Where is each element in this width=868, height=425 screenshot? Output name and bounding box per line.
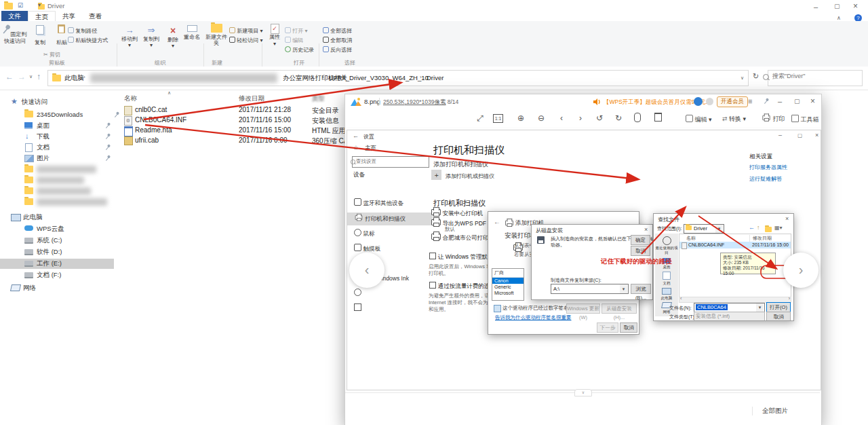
settings-nav-mouse[interactable]: 鼠标 (347, 229, 433, 242)
quickbar-properties-icon[interactable]: ☑ (18, 2, 23, 9)
table-row[interactable]: ufrii.cab 2017/11/16 0:00 360压缩 CAB 文... (119, 136, 346, 146)
open-file-button[interactable]: 打开(O) (766, 302, 791, 312)
viewer-next-button[interactable]: › (783, 253, 818, 288)
easy-access-button[interactable]: 轻松访问 ▾ (229, 37, 262, 44)
table-row[interactable]: Readme.hta 2017/11/16 15:00 HTML 应用程序 (119, 126, 346, 136)
column-header-name[interactable]: 名称 (124, 94, 137, 103)
open-button[interactable]: 打开 ▾ (285, 27, 307, 35)
printer-list-item[interactable]: 导出为WPS PDF (431, 219, 486, 228)
next-button[interactable]: 下一步(N) (597, 322, 618, 333)
ribbon-collapse-icon[interactable]: ∧ (837, 15, 841, 21)
rotate-right-icon[interactable]: ↻ (611, 113, 626, 124)
combo-dropdown-icon[interactable]: ▾ (756, 303, 764, 312)
select-all-button[interactable]: 全部选择 (323, 27, 352, 35)
add-printer-button-label[interactable]: 添加打印机或扫描仪 (446, 172, 494, 180)
have-disk-button[interactable]: 从磁盘安装(H)... (601, 303, 637, 314)
combo-dropdown-icon[interactable]: ▾ (715, 225, 723, 233)
dialog-col-date[interactable]: 修改日期 (749, 235, 772, 242)
new-item-button[interactable]: 新建项目 ▾ (229, 27, 262, 35)
sidebar-network[interactable]: 网络 (0, 283, 114, 293)
breadcrumb-package[interactable]: UFRII_Driver_V3030_W64_ZH_10 (329, 74, 429, 81)
quickbar-customize-icon[interactable]: ▾ (38, 2, 41, 8)
strip-collapse-handle[interactable]: ∨ (574, 389, 592, 396)
sidebar-item-redacted[interactable] (0, 165, 114, 175)
sidebar-item-2345downloads[interactable]: 2345Downloads (0, 110, 114, 120)
scroll-right-icon[interactable]: › (789, 296, 790, 301)
sidebar-item-pictures[interactable]: 图片 (0, 153, 114, 164)
settings-maximize-icon[interactable]: ▢ (797, 132, 802, 138)
settings-home[interactable]: 主页 (365, 145, 376, 153)
new-folder-button[interactable]: 新建文件夹 (205, 24, 228, 47)
sidebar-quick-access[interactable]: ★ 快速访问 (0, 97, 114, 107)
column-header-type[interactable]: 类型 (312, 94, 325, 103)
column-header-date[interactable]: 修改日期 (239, 94, 264, 103)
add-printer-button[interactable]: ＋ (431, 170, 441, 180)
copy-from-combo[interactable]: A:\ ▾ (551, 284, 629, 294)
back-button[interactable]: ← (5, 72, 14, 81)
sidebar-item-redacted[interactable] (0, 198, 114, 208)
restore-button[interactable]: ▢ (834, 3, 840, 10)
place-recent[interactable]: 最近使用的项目 (655, 236, 678, 255)
search-icon[interactable] (763, 74, 769, 80)
properties-button[interactable]: ✓ 属性▾ (264, 24, 285, 47)
place-documents[interactable]: 文档 (655, 272, 678, 286)
sidebar-this-pc[interactable]: 此电脑 (0, 212, 114, 223)
pin-window-icon[interactable] (762, 96, 770, 105)
settings-nav-usb[interactable] (347, 303, 433, 317)
cut-button[interactable]: ✂ 剪切 (43, 51, 60, 58)
paste-shortcut-button[interactable]: 粘贴快捷方式 (68, 37, 108, 44)
forward-button[interactable]: → (18, 72, 26, 81)
history-button[interactable]: 历史记录 (285, 46, 314, 54)
sidebar-item-downloads[interactable]: ↓下载 (0, 132, 114, 142)
table-row[interactable]: cnlb0C.cat 2017/11/21 21:28 安全目录 (119, 105, 346, 115)
minimize-button[interactable]: – (814, 3, 818, 11)
settings-nav-printers[interactable]: 打印机和扫描仪 (347, 212, 433, 225)
sidebar-item-documents[interactable]: 文档 (0, 143, 114, 153)
driver-signing-link[interactable]: 告诉我为什么驱动程序签名很重要 (495, 314, 572, 321)
invert-selection-button[interactable]: 反向选择 (323, 46, 352, 54)
checkbox-icon[interactable] (429, 253, 436, 259)
browse-button[interactable]: 浏览(B)... (631, 284, 651, 294)
disk-dialog-close-icon[interactable]: × (644, 226, 648, 233)
checkbox-icon[interactable] (429, 282, 436, 289)
viewer-previous-button[interactable]: ‹ (349, 253, 384, 288)
delete-image-icon[interactable] (650, 113, 665, 124)
dialog-new-folder-icon[interactable] (765, 227, 772, 232)
breadcrumb-current[interactable]: Driver (427, 74, 443, 81)
dialog-up-folder-icon[interactable]: ↑ (757, 224, 760, 231)
place-this-pc[interactable]: 此电脑 (655, 288, 678, 301)
close-button[interactable]: × (853, 1, 858, 11)
printer-list-item[interactable]: 合肥城市公司打印机 (431, 234, 494, 242)
up-button[interactable]: ↑ (37, 72, 41, 81)
sidebar-item-drive-e[interactable]: 工作 (E:) (0, 259, 114, 269)
dialog-view-menu-icon[interactable]: ▦▾ (774, 225, 783, 231)
open-membership-button[interactable]: 开通会员 (717, 96, 748, 107)
combo-dropdown-icon[interactable]: ▾ (620, 284, 627, 293)
viewer-maximize-button[interactable]: ▢ (794, 98, 800, 105)
zoom-out-icon[interactable]: ⊖ (534, 113, 549, 124)
search-box[interactable] (768, 70, 863, 86)
windows-update-button[interactable]: Windows 更新(W) (566, 303, 600, 314)
look-in-combo[interactable]: Driver ▾ (684, 224, 724, 234)
settings-minimize-icon[interactable]: – (778, 132, 782, 138)
wizard-cancel-button[interactable]: 取消 (620, 322, 637, 333)
avatar[interactable] (694, 97, 703, 106)
delete-button[interactable]: ×删除▾ (164, 25, 182, 50)
refresh-icon[interactable]: ↻ (753, 72, 759, 81)
disk-ok-button[interactable]: 确定 (631, 235, 650, 245)
dialog-back-icon[interactable]: ← (749, 224, 755, 231)
hand-tool-icon[interactable] (630, 113, 645, 124)
settings-search-box[interactable] (352, 156, 429, 168)
copy-path-button[interactable]: 复制路径 (68, 27, 97, 35)
actual-size-icon[interactable]: 1:1 (493, 114, 503, 123)
vendor-listbox[interactable]: 厂商 Canon Generic Microsoft (492, 268, 524, 301)
all-images-button[interactable]: 全部图片 (752, 407, 788, 415)
vendor-item-generic[interactable]: Generic (492, 284, 524, 290)
settings-close-icon[interactable]: × (815, 132, 818, 138)
settings-nav-autoplay[interactable] (347, 289, 433, 302)
vendor-item-canon[interactable]: Canon (492, 278, 524, 284)
rename-button[interactable]: 重命名 (182, 25, 202, 40)
copy-to-button[interactable]: ⇒复制到 ▾ (141, 25, 161, 49)
disk-cancel-button[interactable]: 取消 (631, 246, 650, 256)
select-none-button[interactable]: 全部取消 (323, 37, 352, 44)
